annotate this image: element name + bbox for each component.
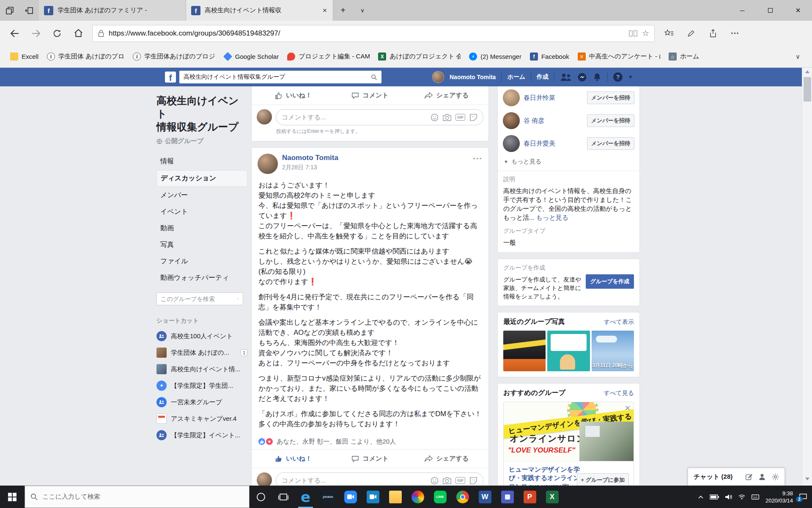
- group-search[interactable]: [156, 293, 243, 305]
- action-center-button[interactable]: 3: [799, 494, 807, 500]
- favorite-project-edit[interactable]: プロジェクト編集 - CAM: [283, 50, 374, 64]
- camera-icon[interactable]: [443, 477, 451, 484]
- url-field[interactable]: ☆: [92, 25, 655, 42]
- set-tabs-aside-button[interactable]: [19, 0, 39, 21]
- share-button[interactable]: [702, 24, 724, 43]
- taskbar-app-word[interactable]: W: [474, 486, 496, 508]
- gif-icon[interactable]: GIF: [455, 114, 465, 121]
- like-button-active[interactable]: いいね！: [255, 451, 332, 467]
- share-button[interactable]: シェアする: [409, 451, 485, 467]
- nav-info[interactable]: 情報: [156, 154, 247, 169]
- user-avatar[interactable]: [432, 71, 444, 83]
- emoji-icon[interactable]: [431, 113, 439, 121]
- taskbar-app-photos[interactable]: photos: [317, 486, 339, 508]
- tab-preview-button[interactable]: [0, 0, 19, 21]
- post-timestamp[interactable]: 2月28日 7:13: [282, 164, 338, 171]
- minimize-button[interactable]: ─: [728, 0, 756, 21]
- facebook-search-input[interactable]: [184, 74, 371, 80]
- author-name-link[interactable]: Naomoto Tomita: [282, 154, 338, 162]
- user-avatar[interactable]: [257, 109, 272, 124]
- forward-button[interactable]: [25, 24, 47, 43]
- reading-view-icon[interactable]: [628, 30, 638, 37]
- taskbar-app-line[interactable]: LINE: [429, 486, 451, 508]
- start-button[interactable]: [0, 486, 25, 508]
- member-name-link[interactable]: 春日井怜菜: [524, 94, 555, 102]
- taskbar-app-powerpoint[interactable]: P: [518, 486, 541, 508]
- nav-watch-party[interactable]: 動画ウォッチパーティ: [156, 270, 247, 286]
- group-photo-thumbnail[interactable]: 3月11日 20時から: [592, 331, 634, 371]
- task-view-button[interactable]: [272, 486, 294, 508]
- share-button[interactable]: シェアする: [409, 88, 485, 103]
- reactions-row[interactable]: ♥ あなた、永野 彰一、飯田 こより、他20人: [252, 435, 488, 450]
- contacts-icon[interactable]: [759, 473, 765, 480]
- like-button[interactable]: いいね！: [255, 88, 332, 103]
- gear-icon[interactable]: [772, 473, 779, 480]
- join-group-button[interactable]: + グループに参加: [577, 473, 629, 486]
- facebook-logo[interactable]: f: [165, 72, 176, 83]
- taskbar-clock[interactable]: 9:38 2020/03/14: [765, 490, 793, 504]
- post-menu-icon[interactable]: ···: [473, 154, 483, 174]
- gif-icon[interactable]: GIF: [455, 477, 465, 484]
- home-button[interactable]: [68, 24, 89, 43]
- nav-photos[interactable]: 写真: [156, 237, 247, 253]
- shortcut-item[interactable]: ✦ 【学生限定】学生団...: [156, 381, 247, 391]
- shortcut-item[interactable]: 一宮未来グループ: [156, 397, 247, 407]
- taskbar-app-video[interactable]: [362, 486, 384, 508]
- friend-requests-icon[interactable]: [560, 73, 572, 81]
- favorite-messenger[interactable]: ⚡ (2) Messenger: [465, 50, 526, 64]
- comment-button[interactable]: コメント: [332, 88, 408, 103]
- taskbar-app-explorer[interactable]: [384, 486, 406, 508]
- emoji-icon[interactable]: [431, 477, 439, 485]
- home-link[interactable]: ホーム: [507, 73, 525, 81]
- favorite-google-scholar[interactable]: Google Scholar: [219, 50, 283, 64]
- comment-button[interactable]: コメント: [332, 451, 408, 467]
- member-name-link[interactable]: 谷 侑彦: [524, 117, 544, 125]
- sticker-icon[interactable]: [469, 113, 477, 121]
- comment-input[interactable]: コメントする... GIF: [276, 109, 483, 125]
- shortcut-item[interactable]: 高校生100人イベント: [156, 331, 247, 341]
- scroll-up-icon[interactable]: [805, 70, 809, 73]
- member-name-link[interactable]: 春日井愛美: [524, 140, 555, 148]
- nav-discussion-selected[interactable]: ディスカッション: [156, 170, 247, 187]
- favorite-survey[interactable]: ≡ 中高生へのアンケート - (: [573, 50, 664, 64]
- favorite-akebono-1[interactable]: i 学生団体 あけぼのプロ: [43, 50, 129, 64]
- member-avatar[interactable]: [503, 135, 520, 152]
- member-avatar[interactable]: [503, 112, 520, 129]
- url-input[interactable]: [109, 29, 624, 38]
- taskbar-app-excel[interactable]: X: [541, 486, 563, 508]
- create-link[interactable]: 作成: [537, 73, 549, 81]
- nav-members[interactable]: メンバー: [156, 188, 247, 203]
- page-scrollbar[interactable]: [802, 68, 812, 486]
- cortana-button[interactable]: [250, 486, 272, 508]
- taskbar-search[interactable]: ここに入力して検索: [25, 486, 250, 508]
- nav-files[interactable]: ファイル: [156, 254, 247, 269]
- user-name-link[interactable]: Naomoto Tomita: [450, 74, 496, 80]
- taskbar-app-edge[interactable]: e: [294, 486, 317, 508]
- favorite-excell[interactable]: Excell: [6, 50, 43, 64]
- taskbar-app-zoom[interactable]: [339, 486, 362, 508]
- reactions-summary[interactable]: あなた、永野 彰一、飯田 こより、他20人: [277, 438, 396, 446]
- taskbar-app-blue[interactable]: [496, 486, 518, 508]
- new-tab-button[interactable]: +: [333, 0, 353, 21]
- invite-member-button[interactable]: メンバーを招待: [587, 91, 634, 104]
- member-avatar[interactable]: [503, 89, 520, 106]
- sticker-icon[interactable]: [469, 477, 477, 485]
- user-avatar[interactable]: [257, 472, 272, 486]
- messenger-icon[interactable]: [577, 72, 587, 82]
- new-message-icon[interactable]: [745, 473, 752, 480]
- maximize-button[interactable]: [756, 0, 784, 21]
- favorites-hub-button[interactable]: [658, 24, 680, 43]
- create-group-button[interactable]: グループを作成: [586, 274, 634, 289]
- invite-member-button[interactable]: メンバーを招待: [587, 137, 634, 150]
- account-menu-caret-icon[interactable]: ▼: [628, 74, 633, 80]
- dismiss-icon[interactable]: ✕: [625, 404, 631, 413]
- help-icon[interactable]: ?: [613, 72, 623, 82]
- suggested-group-card[interactable]: ✕ ヒューマンデザインを学び・実践する オンラインサロン "LOVE YOURS…: [503, 402, 634, 486]
- group-search-input[interactable]: [161, 295, 237, 302]
- notifications-bell-icon[interactable]: [593, 72, 602, 82]
- close-button[interactable]: ×: [784, 0, 812, 21]
- group-title[interactable]: 高校生向けイベント 情報収集グループ: [156, 94, 247, 133]
- shortcut-item[interactable]: 高校生向けイベント情...: [156, 364, 247, 374]
- nav-events[interactable]: イベント: [156, 204, 247, 220]
- tab-close-icon[interactable]: ×: [322, 6, 328, 15]
